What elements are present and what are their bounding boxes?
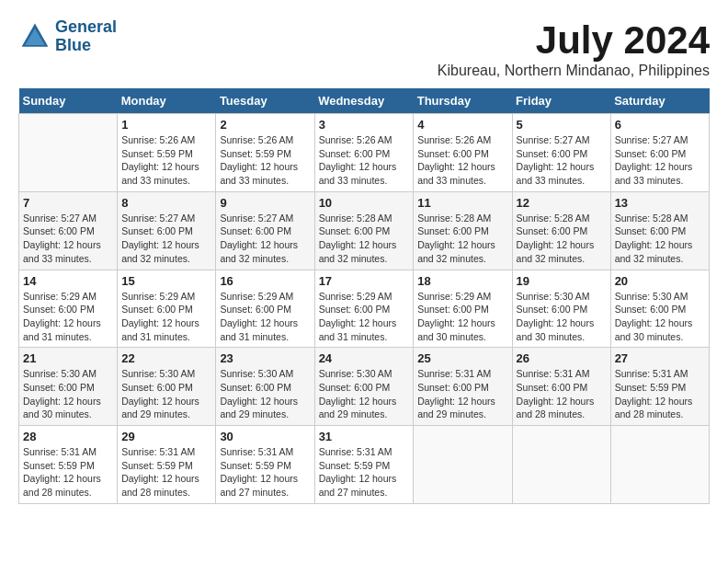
day-number: 18 [417,274,507,288]
day-info: Sunrise: 5:30 AMSunset: 6:00 PMDaylight:… [23,367,113,421]
calendar-cell: 8Sunrise: 5:27 AMSunset: 6:00 PMDaylight… [118,191,216,270]
calendar-cell: 10Sunrise: 5:28 AMSunset: 6:00 PMDayligh… [314,191,414,270]
day-info: Sunrise: 5:30 AMSunset: 6:00 PMDaylight:… [220,367,310,421]
title-section: July 2024 Kibureau, Northern Mindanao, P… [438,18,710,79]
day-number: 28 [23,430,113,443]
day-info: Sunrise: 5:27 AMSunset: 6:00 PMDaylight:… [220,212,310,266]
day-info: Sunrise: 5:26 AMSunset: 5:59 PMDaylight:… [121,133,211,188]
day-number: 15 [121,274,211,288]
weekday-header: Saturday [610,88,709,114]
day-info: Sunrise: 5:26 AMSunset: 5:59 PMDaylight:… [220,133,310,188]
day-info: Sunrise: 5:30 AMSunset: 6:00 PMDaylight:… [615,290,705,344]
weekday-header: Thursday [414,88,512,114]
day-number: 5 [517,118,607,132]
calendar-cell: 31Sunrise: 5:31 AMSunset: 5:59 PMDayligh… [314,426,414,504]
logo: General Blue [18,18,117,55]
calendar-cell: 3Sunrise: 5:26 AMSunset: 6:00 PMDaylight… [314,114,414,192]
calendar-cell: 27Sunrise: 5:31 AMSunset: 5:59 PMDayligh… [610,348,709,426]
day-number: 4 [417,118,507,132]
location-title: Kibureau, Northern Mindanao, Philippines [438,63,710,79]
day-info: Sunrise: 5:30 AMSunset: 6:00 PMDaylight:… [121,367,211,421]
day-number: 31 [319,430,410,443]
day-number: 20 [615,274,705,288]
calendar-cell: 9Sunrise: 5:27 AMSunset: 6:00 PMDaylight… [216,191,314,270]
day-number: 13 [615,196,705,210]
day-number: 12 [517,196,607,210]
day-info: Sunrise: 5:29 AMSunset: 6:00 PMDaylight:… [417,290,507,344]
calendar-cell: 29Sunrise: 5:31 AMSunset: 5:59 PMDayligh… [118,426,216,504]
weekday-header: Monday [118,88,216,114]
weekday-header: Tuesday [216,88,314,114]
day-info: Sunrise: 5:31 AMSunset: 5:59 PMDaylight:… [220,445,310,500]
calendar-cell: 21Sunrise: 5:30 AMSunset: 6:00 PMDayligh… [19,348,118,426]
calendar-cell: 2Sunrise: 5:26 AMSunset: 5:59 PMDaylight… [216,114,314,192]
day-info: Sunrise: 5:28 AMSunset: 6:00 PMDaylight:… [417,212,507,266]
day-number: 26 [517,351,607,365]
calendar-cell: 5Sunrise: 5:27 AMSunset: 6:00 PMDaylight… [512,114,610,192]
day-info: Sunrise: 5:27 AMSunset: 6:00 PMDaylight:… [615,133,705,188]
weekday-header: Friday [512,88,610,114]
day-number: 24 [319,351,410,365]
day-info: Sunrise: 5:27 AMSunset: 6:00 PMDaylight:… [517,133,607,188]
calendar-cell: 6Sunrise: 5:27 AMSunset: 6:00 PMDaylight… [610,114,709,192]
logo-icon [18,20,51,53]
day-number: 25 [417,351,507,365]
calendar-cell: 19Sunrise: 5:30 AMSunset: 6:00 PMDayligh… [512,270,610,348]
day-number: 6 [615,118,705,132]
day-info: Sunrise: 5:29 AMSunset: 6:00 PMDaylight:… [121,290,211,344]
day-number: 23 [220,351,310,365]
calendar-cell: 15Sunrise: 5:29 AMSunset: 6:00 PMDayligh… [118,270,216,348]
day-number: 21 [23,351,113,365]
weekday-header: Sunday [19,88,118,114]
day-info: Sunrise: 5:29 AMSunset: 6:00 PMDaylight:… [319,290,410,344]
day-number: 9 [220,196,310,210]
day-info: Sunrise: 5:31 AMSunset: 5:59 PMDaylight:… [23,445,113,500]
day-info: Sunrise: 5:31 AMSunset: 6:00 PMDaylight:… [417,367,507,421]
day-info: Sunrise: 5:31 AMSunset: 5:59 PMDaylight:… [121,445,211,500]
day-info: Sunrise: 5:28 AMSunset: 6:00 PMDaylight:… [319,212,410,266]
day-info: Sunrise: 5:28 AMSunset: 6:00 PMDaylight:… [517,212,607,266]
month-title: July 2024 [438,18,710,63]
calendar-cell: 26Sunrise: 5:31 AMSunset: 6:00 PMDayligh… [512,348,610,426]
day-info: Sunrise: 5:26 AMSunset: 6:00 PMDaylight:… [319,133,410,188]
calendar-cell [610,426,709,504]
day-info: Sunrise: 5:26 AMSunset: 6:00 PMDaylight:… [417,133,507,188]
day-number: 22 [121,351,211,365]
day-number: 1 [121,118,211,132]
calendar-cell: 1Sunrise: 5:26 AMSunset: 5:59 PMDaylight… [118,114,216,192]
calendar-cell: 28Sunrise: 5:31 AMSunset: 5:59 PMDayligh… [19,426,118,504]
day-info: Sunrise: 5:27 AMSunset: 6:00 PMDaylight:… [23,212,113,266]
calendar-cell: 23Sunrise: 5:30 AMSunset: 6:00 PMDayligh… [216,348,314,426]
calendar-cell [512,426,610,504]
day-info: Sunrise: 5:29 AMSunset: 6:00 PMDaylight:… [23,290,113,344]
day-number: 29 [121,430,211,443]
logo-text: General Blue [55,18,117,55]
calendar-cell: 11Sunrise: 5:28 AMSunset: 6:00 PMDayligh… [414,191,512,270]
calendar-cell: 24Sunrise: 5:30 AMSunset: 6:00 PMDayligh… [314,348,414,426]
day-info: Sunrise: 5:30 AMSunset: 6:00 PMDaylight:… [517,290,607,344]
calendar-cell [414,426,512,504]
day-number: 10 [319,196,410,210]
day-info: Sunrise: 5:29 AMSunset: 6:00 PMDaylight:… [220,290,310,344]
calendar-table: SundayMondayTuesdayWednesdayThursdayFrid… [18,88,710,504]
day-info: Sunrise: 5:27 AMSunset: 6:00 PMDaylight:… [121,212,211,266]
day-info: Sunrise: 5:28 AMSunset: 6:00 PMDaylight:… [615,212,705,266]
calendar-cell [19,114,118,192]
calendar-cell: 16Sunrise: 5:29 AMSunset: 6:00 PMDayligh… [216,270,314,348]
calendar-cell: 12Sunrise: 5:28 AMSunset: 6:00 PMDayligh… [512,191,610,270]
page-header: General Blue July 2024 Kibureau, Norther… [18,18,710,79]
day-number: 7 [23,196,113,210]
weekday-header: Wednesday [314,88,414,114]
day-number: 19 [517,274,607,288]
day-info: Sunrise: 5:31 AMSunset: 5:59 PMDaylight:… [319,445,410,500]
calendar-cell: 25Sunrise: 5:31 AMSunset: 6:00 PMDayligh… [414,348,512,426]
day-number: 3 [319,118,410,132]
calendar-cell: 13Sunrise: 5:28 AMSunset: 6:00 PMDayligh… [610,191,709,270]
day-info: Sunrise: 5:30 AMSunset: 6:00 PMDaylight:… [319,367,410,421]
calendar-cell: 14Sunrise: 5:29 AMSunset: 6:00 PMDayligh… [19,270,118,348]
day-number: 8 [121,196,211,210]
calendar-cell: 20Sunrise: 5:30 AMSunset: 6:00 PMDayligh… [610,270,709,348]
day-number: 16 [220,274,310,288]
day-number: 14 [23,274,113,288]
day-number: 30 [220,430,310,443]
